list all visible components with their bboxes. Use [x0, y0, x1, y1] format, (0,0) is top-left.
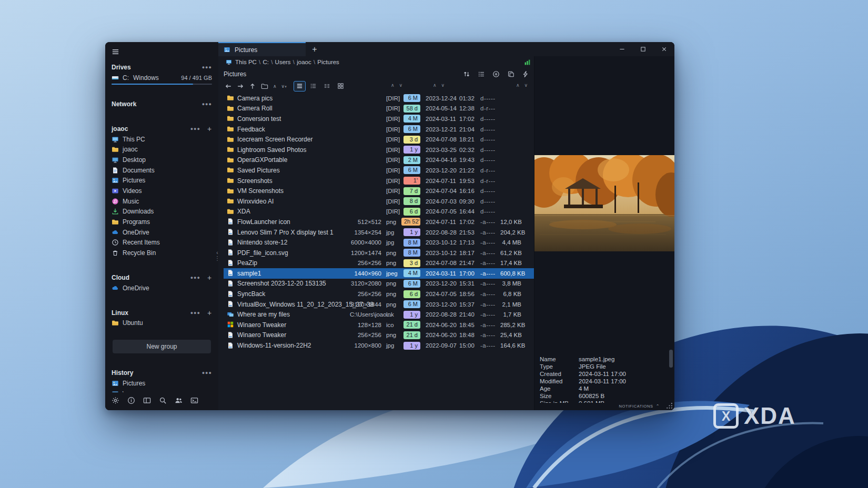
file-row[interactable]: Screenshot 2023-12-20 153135 3120×2080 p…	[224, 279, 534, 289]
sort-icon[interactable]	[463, 70, 471, 78]
splitter-grip-icon[interactable]: ⋮	[215, 256, 220, 261]
chevron-up-icon[interactable]: ⌃	[656, 404, 660, 409]
sidebar-item[interactable]: Downloads	[112, 207, 212, 217]
search-icon[interactable]	[159, 396, 167, 405]
file-row[interactable]: Lightroom Saved Photos [DIR] 1 y 2023-03…	[224, 145, 534, 155]
view-list-icon[interactable]	[294, 81, 306, 92]
preview-scrollbar[interactable]	[669, 350, 673, 404]
file-row[interactable]: VM Screenshots [DIR] 7 d 2024-07-04 16:1…	[224, 186, 534, 196]
file-row[interactable]: Saved Pictures [DIR] 6 M 2023-12-20 21:2…	[224, 165, 534, 176]
bolt-icon[interactable]	[522, 70, 530, 78]
chart-icon[interactable]	[524, 59, 531, 66]
section-menu-icon[interactable]: ●●●	[190, 275, 200, 280]
section-menu-icon[interactable]: ●●●	[202, 65, 212, 70]
view-details-icon[interactable]	[307, 81, 319, 92]
close-icon[interactable]	[653, 42, 674, 56]
add-circle-icon[interactable]	[492, 70, 500, 78]
file-row[interactable]: Winxvideo AI [DIR] 8 d 2024-07-03 09:30 …	[224, 196, 534, 207]
breadcrumb-part[interactable]: C:	[263, 59, 269, 65]
file-row[interactable]: Windows-11-version-22H2 1200×800 jpg 1 y…	[224, 340, 534, 351]
settings-icon[interactable]	[112, 396, 120, 405]
section-add-button[interactable]: +	[207, 273, 212, 282]
console-icon[interactable]	[190, 396, 199, 405]
section-menu-icon[interactable]: ●●●	[202, 370, 212, 375]
sidebar-item[interactable]: Recent Items	[112, 238, 212, 248]
sidebar-item[interactable]: This PC	[112, 134, 212, 145]
file-row[interactable]: Where are my files C:\Users\joao... lnk …	[224, 309, 534, 320]
section-menu-icon[interactable]: ●●●	[190, 310, 200, 316]
section-add-button[interactable]: +	[207, 309, 212, 317]
file-row[interactable]: SyncBack 256×256 png 6 d 2024-07-05 18:5…	[224, 289, 534, 299]
file-row[interactable]: Winaero Tweaker 256×256 png 21 d 2024-06…	[224, 330, 534, 341]
file-row[interactable]: Lenovo Slim 7 Pro X display test 1 1354×…	[224, 227, 534, 238]
clipboard-icon[interactable]	[507, 70, 515, 78]
sort-desc-icon[interactable]: ∨	[524, 83, 528, 88]
sidebar-item[interactable]: C: Windows 94 / 491 GB	[112, 73, 212, 83]
sort-asc-icon[interactable]: ∧	[433, 83, 437, 88]
list-icon[interactable]	[478, 70, 486, 78]
breadcrumb-part[interactable]: joaoc	[297, 59, 311, 65]
file-row[interactable]: Winaero Tweaker 128×128 ico 21 d 2024-06…	[224, 320, 534, 330]
minimize-icon[interactable]	[611, 42, 632, 56]
sidebar-item[interactable]: Programs	[112, 217, 212, 227]
file-row[interactable]: sample1 1440×960 jpeg 4 M 2024-03-11 17:…	[224, 268, 534, 279]
sidebar-item[interactable]: Pictures	[112, 378, 212, 389]
sidebar-item[interactable]: \	[112, 389, 212, 392]
section-menu-icon[interactable]: ●●●	[190, 126, 200, 131]
breadcrumb-part[interactable]: Users	[275, 59, 291, 65]
sidebar-item[interactable]: Pictures	[112, 175, 212, 186]
file-row[interactable]: Camera pics [DIR] 6 M 2023-12-24 01:32 d…	[224, 93, 534, 104]
file-row[interactable]: Conversion test [DIR] 4 M 2024-03-11 17:…	[224, 114, 534, 124]
new-folder-icon[interactable]	[260, 82, 269, 91]
chevron-up-icon[interactable]: ∧	[272, 84, 278, 89]
file-row[interactable]: Camera Roll [DIR] 58 d 2024-05-14 12:38 …	[224, 104, 534, 114]
file-row[interactable]: Nintendo store-12 6000×4000 jpg 8 M 2023…	[224, 237, 534, 248]
preview-image[interactable]	[534, 155, 674, 251]
view-thumbnails-icon[interactable]	[335, 81, 347, 92]
sidebar-item[interactable]: Documents	[112, 165, 212, 176]
back-icon[interactable]	[224, 82, 233, 91]
users-icon[interactable]	[175, 396, 183, 405]
sidebar-item[interactable]: Videos	[112, 186, 212, 196]
tab-pictures[interactable]: Pictures	[218, 42, 306, 56]
resize-grip-icon[interactable]	[666, 402, 673, 409]
file-row[interactable]: FlowLauncher icon 512×512 png 2h 52' 202…	[224, 217, 534, 227]
sort-asc-icon[interactable]: ∧	[516, 83, 520, 88]
new-tab-button[interactable]: +	[306, 42, 324, 56]
scrollbar-thumb[interactable]	[669, 350, 673, 368]
file-row[interactable]: PeaZip 256×256 png 3 d 2024-07-08 21:47 …	[224, 258, 534, 269]
info-icon[interactable]	[127, 396, 136, 405]
forward-icon[interactable]	[236, 82, 245, 91]
section-menu-icon[interactable]: ●●●	[202, 101, 212, 107]
file-row[interactable]: Screenshots [DIR] 1' 2024-07-11 19:53 d-…	[224, 176, 534, 186]
view-content-icon[interactable]	[321, 81, 333, 92]
file-row[interactable]: XDA [DIR] 6 d 2024-07-05 16:44 d-----	[224, 207, 534, 217]
recycle-icon	[112, 249, 119, 257]
file-row[interactable]: Icecream Screen Recorder [DIR] 3 d 2024-…	[224, 134, 534, 145]
chevron-down-icon[interactable]: ∨▾	[280, 84, 288, 89]
section-add-button[interactable]: +	[207, 125, 212, 133]
sort-desc-icon[interactable]: ∨	[399, 83, 403, 88]
maximize-icon[interactable]	[632, 42, 653, 56]
sidebar-item[interactable]: Ubuntu	[112, 318, 212, 329]
panels-icon[interactable]	[143, 396, 152, 405]
file-row[interactable]: OperaGXPortable [DIR] 2 M 2024-04-16 19:…	[224, 155, 534, 166]
notifications-bar[interactable]: NOTIFICATIONS ⌃	[619, 404, 660, 409]
hamburger-menu-button[interactable]	[112, 46, 124, 57]
up-icon[interactable]	[248, 82, 257, 91]
new-group-button[interactable]: New group	[113, 340, 211, 353]
sort-asc-icon[interactable]: ∧	[391, 83, 395, 88]
file-row[interactable]: Feedback [DIR] 6 M 2023-12-21 21:04 d---…	[224, 124, 534, 135]
sidebar-item[interactable]: Desktop	[112, 155, 212, 165]
sidebar-item[interactable]: OneDrive	[112, 283, 212, 293]
sidebar-item[interactable]: OneDrive	[112, 227, 212, 238]
file-row[interactable]: VirtualBox_Windows 11_20_12_2023_15_37_3…	[224, 299, 534, 310]
sidebar-item[interactable]: Music	[112, 196, 212, 207]
sidebar-item[interactable]: Recycle Bin	[112, 248, 212, 258]
file-row[interactable]: PDF_file_icon.svg 1200×1474 png 8 M 2023…	[224, 248, 534, 258]
panel-splitter[interactable]: ‹ ⋮	[215, 250, 219, 261]
breadcrumb-part[interactable]: Pictures	[317, 59, 339, 65]
sort-desc-icon[interactable]: ∨	[441, 83, 445, 88]
sidebar-item[interactable]: joaoc	[112, 144, 212, 155]
breadcrumb-part[interactable]: This PC	[235, 59, 257, 65]
